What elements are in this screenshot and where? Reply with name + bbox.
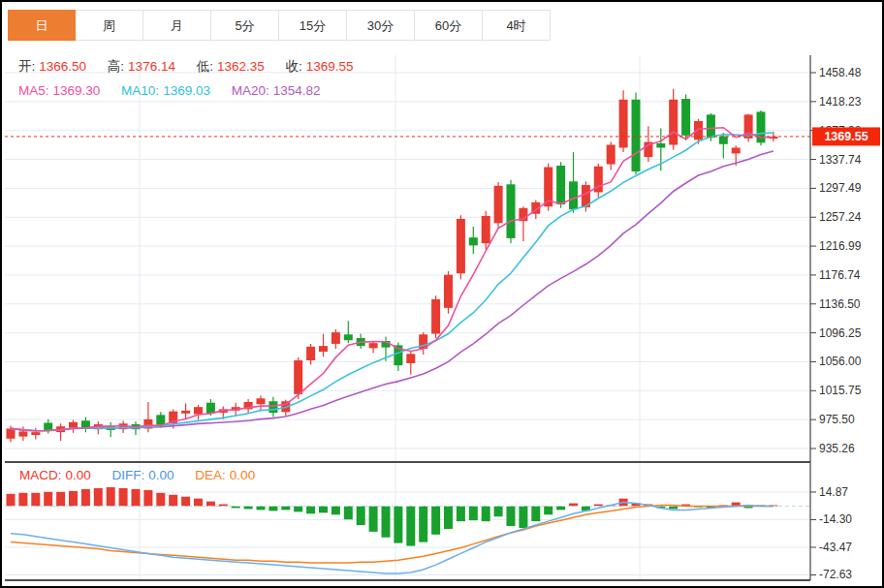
svg-text:1216.99: 1216.99 (819, 239, 862, 253)
diff-label: DIFF: (112, 468, 145, 482)
svg-text:1418.23: 1418.23 (819, 95, 862, 108)
close-value: 1369.55 (306, 59, 354, 74)
svg-text:1015.75: 1015.75 (819, 384, 862, 397)
close-label: 收: (286, 59, 302, 74)
period-tab-bar: 日周月5分15分30分60分4时 (8, 10, 551, 41)
high-label: 高: (108, 59, 124, 74)
kline-app-window: 日周月5分15分30分60分4时 开:1366.50 高:1376.14 低:1… (0, 0, 884, 588)
tab-30min[interactable]: 30分 (347, 10, 415, 41)
tab-60min[interactable]: 60分 (415, 10, 483, 41)
svg-text:1056.00: 1056.00 (819, 355, 862, 368)
svg-text:1458.48: 1458.48 (819, 66, 862, 79)
diff-value: 0.00 (148, 468, 174, 482)
low-label: 低: (197, 59, 213, 74)
svg-text:975.50: 975.50 (819, 413, 855, 426)
tab-month[interactable]: 月 (143, 10, 211, 41)
tab-4hour[interactable]: 4时 (483, 10, 551, 41)
ma20-label: MA20: (232, 83, 269, 98)
tab-week[interactable]: 周 (76, 10, 143, 41)
svg-text:-43.47: -43.47 (819, 541, 852, 554)
high-value: 1376.14 (128, 59, 175, 74)
svg-text:1136.50: 1136.50 (819, 297, 861, 311)
svg-text:935.26: 935.26 (819, 442, 855, 455)
tab-15min[interactable]: 15分 (279, 10, 347, 41)
svg-text:1297.49: 1297.49 (819, 181, 862, 195)
open-label: 开: (18, 59, 35, 74)
ohlc-row: 开:1366.50 高:1376.14 低:1362.35 收:1369.55 (18, 58, 358, 76)
tab-day[interactable]: 日 (8, 10, 76, 41)
ma20-value: 1354.82 (273, 83, 321, 98)
tab-5min[interactable]: 5分 (211, 10, 279, 41)
svg-text:1337.74: 1337.74 (819, 153, 862, 167)
current-price-tag: 1369.55 (824, 130, 868, 143)
dea-value: 0.00 (230, 468, 255, 482)
ma5-label: MA5: (18, 83, 49, 98)
ma10-label: MA10: (121, 83, 159, 98)
dea-label: DEA: (195, 468, 226, 482)
ma10-value: 1369.03 (163, 83, 210, 98)
svg-text:-72.63: -72.63 (819, 568, 852, 581)
macd-value: 0.00 (66, 468, 91, 482)
svg-text:1176.74: 1176.74 (819, 268, 861, 282)
svg-text:14.87: 14.87 (819, 485, 848, 499)
open-value: 1366.50 (39, 59, 86, 74)
macd-header-row: MACD:0.00 DIFF:0.00 DEA:0.00 (19, 468, 259, 482)
ma5-value: 1369.30 (53, 83, 101, 98)
macd-label: MACD: (19, 468, 62, 482)
ma-row: MA5:1369.30 MA10:1369.03 MA20:1354.82 (18, 83, 325, 98)
low-value: 1362.35 (217, 59, 265, 74)
svg-text:-14.30: -14.30 (819, 512, 852, 526)
svg-text:1257.24: 1257.24 (819, 210, 862, 224)
svg-text:1096.25: 1096.25 (819, 326, 862, 340)
